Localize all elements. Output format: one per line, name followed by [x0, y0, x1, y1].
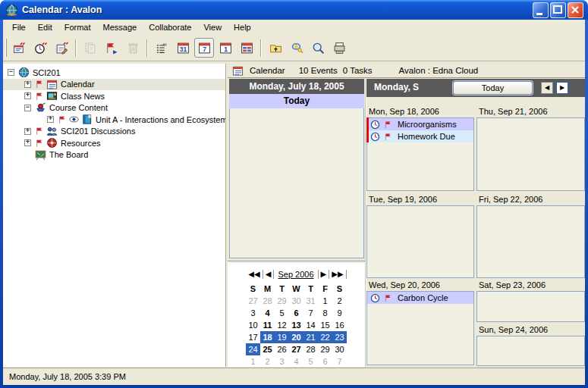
minical-day[interactable]: 23 [332, 331, 347, 343]
day-panel-today-band[interactable]: Today [229, 94, 364, 108]
minical-day[interactable]: 11 [260, 319, 275, 331]
tree-item-class-news[interactable]: +Class News [3, 90, 225, 102]
minical-day[interactable]: 24 [246, 343, 260, 355]
week-view-button[interactable]: 7 [194, 38, 214, 58]
minical-day[interactable]: 1 [246, 355, 260, 368]
minical-day[interactable]: 13 [289, 319, 303, 331]
permissions-button[interactable] [287, 38, 307, 58]
list-view-button[interactable]: ∞ [152, 38, 171, 58]
minical-day[interactable]: 3 [275, 355, 289, 368]
new-event-button[interactable] [9, 38, 29, 58]
minical-day[interactable]: 6 [289, 307, 303, 319]
minical-day[interactable]: 22 [318, 331, 332, 343]
week-day-cell[interactable]: Carbon Cycle [366, 291, 474, 365]
minical-day[interactable]: 12 [275, 319, 289, 331]
minical-day[interactable]: 20 [289, 331, 303, 343]
menu-edit[interactable]: Edit [32, 20, 58, 34]
expander-plus[interactable]: + [24, 92, 31, 99]
expander-minus[interactable]: − [8, 69, 14, 76]
day-view-button[interactable]: 1 [215, 38, 235, 58]
menu-collaborate[interactable]: Collaborate [143, 20, 197, 34]
minical-day[interactable]: 7 [303, 307, 318, 319]
minical-day[interactable]: 31 [303, 295, 318, 307]
week-day-cell[interactable] [366, 205, 474, 278]
prev-year-button[interactable]: ◀◀ [246, 270, 263, 279]
minical-day[interactable]: 2 [332, 295, 347, 307]
expander-minus[interactable]: − [24, 105, 31, 111]
tree-item-sci201-discussions[interactable]: +SCI201 Discussions [3, 126, 225, 138]
tree-item-the-board[interactable]: The Board [3, 149, 225, 161]
today-button[interactable]: Today [453, 81, 533, 95]
minical-day[interactable]: 3 [246, 307, 260, 319]
minical-day[interactable]: 5 [303, 355, 318, 368]
minical-day[interactable]: 27 [246, 295, 260, 307]
tree-item-unit-a-interactions-and-ecosystems[interactable]: +Unit A - Interactions and Ecosystems [3, 114, 225, 126]
minical-day[interactable]: 16 [332, 319, 347, 331]
week-day-cell[interactable] [476, 336, 585, 366]
minimize-button[interactable] [533, 2, 549, 18]
minical-day[interactable]: 4 [260, 307, 275, 319]
tree-item-course-content[interactable]: −Course Content [3, 102, 225, 114]
event-item[interactable]: Homework Due [367, 130, 473, 142]
expander-plus[interactable]: + [24, 139, 31, 146]
tree-item-resources[interactable]: +Resources [3, 137, 225, 149]
minical-day[interactable]: 2 [260, 355, 275, 368]
minical-day[interactable]: 7 [332, 355, 347, 368]
minical-day[interactable]: 8 [318, 307, 332, 319]
folder-up-button[interactable] [266, 38, 285, 58]
week-day-cell[interactable] [476, 291, 585, 322]
copy-button[interactable] [80, 38, 100, 58]
minical-day[interactable]: 4 [289, 355, 303, 368]
menu-file[interactable]: File [6, 20, 32, 34]
month-view-button[interactable]: 31 [173, 38, 193, 58]
next-month-button[interactable]: ▶ [319, 270, 330, 279]
prev-month-button[interactable]: ◀ [263, 270, 275, 279]
minical-day[interactable]: 28 [260, 295, 275, 307]
minical-day[interactable]: 9 [332, 307, 347, 319]
minical-day[interactable]: 1 [318, 295, 332, 307]
minical-day[interactable]: 6 [318, 355, 332, 368]
month-label-link[interactable]: Sep 2006 [274, 270, 318, 279]
search-button[interactable] [308, 38, 328, 58]
week-day-cell[interactable]: MicroorganismsHomework Due [366, 117, 474, 191]
day-panel-body[interactable] [229, 108, 364, 258]
minical-day[interactable]: 14 [303, 319, 318, 331]
expander-plus[interactable]: + [47, 116, 54, 123]
next-year-button[interactable]: ▶▶ [329, 270, 346, 279]
minical-day[interactable]: 26 [275, 343, 289, 355]
minical-day[interactable]: 25 [260, 343, 275, 355]
minical-day[interactable]: 29 [275, 295, 289, 307]
event-item[interactable]: Carbon Cycle [367, 292, 473, 304]
minical-day[interactable]: 30 [289, 295, 303, 307]
tree-item-sci201[interactable]: −SCI201 [3, 67, 225, 79]
close-button[interactable] [568, 2, 583, 18]
new-task-button[interactable] [30, 38, 50, 58]
expander-plus[interactable]: + [24, 81, 31, 88]
delete-button[interactable] [123, 38, 143, 58]
week-day-cell[interactable] [476, 117, 585, 191]
maximize-button[interactable] [550, 2, 566, 18]
minical-day[interactable]: 21 [303, 331, 318, 343]
minical-day[interactable]: 19 [275, 331, 289, 343]
toolbar-gripper[interactable] [5, 39, 7, 57]
minical-day[interactable]: 10 [246, 319, 260, 331]
flag-button[interactable] [102, 38, 121, 58]
minical-day[interactable]: 15 [318, 319, 332, 331]
minical-day[interactable]: 27 [289, 343, 303, 355]
minical-day[interactable]: 30 [332, 343, 347, 355]
minical-day[interactable]: 28 [303, 343, 318, 355]
minical-day[interactable]: 17 [246, 331, 260, 343]
edit-event-button[interactable] [52, 38, 71, 58]
prev-week-button[interactable]: ◀ [541, 82, 553, 94]
menu-view[interactable]: View [197, 20, 228, 34]
week-day-cell[interactable] [476, 205, 585, 278]
tree-item-calendar[interactable]: +Calendar [3, 79, 225, 91]
minical-day[interactable]: 18 [260, 331, 275, 343]
minical-day[interactable]: 29 [318, 343, 332, 355]
menu-message[interactable]: Message [97, 20, 143, 34]
print-button[interactable] [329, 38, 349, 58]
minical-day[interactable]: 5 [275, 307, 289, 319]
expander-plus[interactable]: + [24, 128, 31, 135]
menu-format[interactable]: Format [58, 20, 97, 34]
menu-help[interactable]: Help [228, 20, 257, 34]
